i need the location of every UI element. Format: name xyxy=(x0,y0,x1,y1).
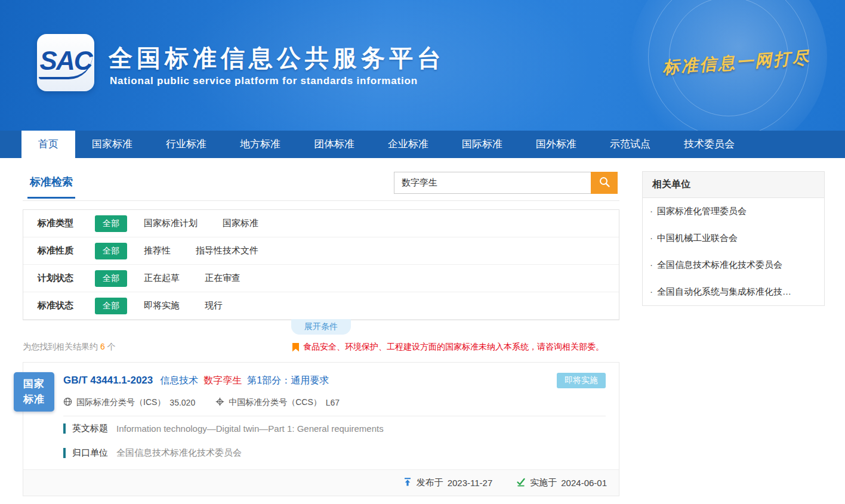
site-header: SAC 全国标准信息公共服务平台 National public service… xyxy=(0,0,845,131)
sidebar-item-automation-systems-committee[interactable]: 全国自动化系统与集成标准化技… xyxy=(643,279,824,305)
english-title-label: 英文标题 xyxy=(72,423,108,434)
sidebar-item-machinery-federation[interactable]: 中国机械工业联合会 xyxy=(643,225,824,252)
standard-title-highlight[interactable]: 数字孪生 xyxy=(203,375,242,387)
filter-label: 标准状态 xyxy=(38,300,95,311)
nav-item-group-standards[interactable]: 团体标准 xyxy=(297,131,371,158)
implementation-label: 实施于 xyxy=(530,477,557,488)
filter-option[interactable]: 国家标准 xyxy=(223,218,258,229)
teal-bar-decoration xyxy=(63,423,66,434)
department-value: 全国信息技术标准化技术委员会 xyxy=(116,447,242,459)
standard-result-card: 国家 标准 GB/T 43441.1-2023 信息技术 数字孪生 第1部分：通… xyxy=(23,362,619,496)
standard-title-segment[interactable]: 第1部分：通用要求 xyxy=(247,375,329,387)
page: SAC 全国标准信息公共服务平台 National public service… xyxy=(0,0,845,504)
nav-item-home[interactable]: 首页 xyxy=(21,131,75,158)
filter-label: 标准性质 xyxy=(38,245,95,256)
filter-row-standard-nature: 标准性质 全部 推荐性 指导性技术文件 xyxy=(23,237,619,265)
english-title-value: Information technology—Digital twin—Part… xyxy=(116,423,384,434)
filter-option[interactable]: 正在起草 xyxy=(144,273,180,284)
ics-label: 国际标准分类号（ICS） xyxy=(76,397,165,408)
publish-label: 发布于 xyxy=(417,477,443,488)
ccs-value: L67 xyxy=(326,398,340,407)
search-input[interactable] xyxy=(394,172,591,194)
search-button[interactable] xyxy=(591,172,618,194)
check-icon xyxy=(516,477,526,488)
nav-item-industry-standards[interactable]: 行业标准 xyxy=(149,131,223,158)
main-nav: 首页 国家标准 行业标准 地方标准 团体标准 企业标准 国际标准 国外标准 示范… xyxy=(0,131,845,158)
filter-row-standard-type: 标准类型 全部 国家标准计划 国家标准 xyxy=(23,210,619,237)
filter-label: 计划状态 xyxy=(38,273,95,284)
results-meta: 为您找到相关结果约6个 食品安全、环境保护、工程建设方面的国家标准未纳入本系统，… xyxy=(23,342,619,353)
nav-item-pilot[interactable]: 示范试点 xyxy=(593,131,667,158)
implementation-date: 2024-06-01 xyxy=(561,478,607,488)
card-title-row: GB/T 43441.1-2023 信息技术 数字孪生 第1部分：通用要求 即将… xyxy=(63,363,606,388)
classification-row: 国际标准分类号（ICS） 35.020 中国标准分类号（CCS） L67 xyxy=(63,388,606,416)
results-count-number: 6 xyxy=(100,342,105,351)
teal-bar-decoration xyxy=(63,448,66,458)
publish-date-group: 发布于 2023-11-27 xyxy=(403,477,493,488)
search-icon xyxy=(599,176,610,190)
expand-conditions-button[interactable]: 展开条件 xyxy=(291,319,351,335)
results-count: 为您找到相关结果约6个 xyxy=(23,342,116,353)
related-organizations-panel: 相关单位 国家标准化管理委员会 中国机械工业联合会 全国信息技术标准化技术委员会… xyxy=(642,171,825,306)
national-standard-badge: 国家 标准 xyxy=(14,372,54,412)
publish-date: 2023-11-27 xyxy=(448,478,493,488)
nav-item-local-standards[interactable]: 地方标准 xyxy=(223,131,297,158)
sidebar-item-sac[interactable]: 国家标准化管理委员会 xyxy=(643,198,824,225)
tab-standard-search[interactable]: 标准检索 xyxy=(27,171,75,199)
nav-item-national-standards[interactable]: 国家标准 xyxy=(75,131,149,158)
compass-icon xyxy=(215,397,224,408)
filter-option[interactable]: 正在审查 xyxy=(205,273,240,284)
sidebar-title: 相关单位 xyxy=(643,172,824,198)
filter-all-button[interactable]: 全部 xyxy=(95,215,127,232)
filter-all-button[interactable]: 全部 xyxy=(95,270,127,287)
nav-item-international-standards[interactable]: 国际标准 xyxy=(445,131,519,158)
standard-title-segment[interactable]: 信息技术 xyxy=(160,375,198,387)
filter-option[interactable]: 现行 xyxy=(205,300,223,311)
standard-code-link[interactable]: GB/T 43441.1-2023 xyxy=(63,375,153,386)
department-label: 归口单位 xyxy=(72,447,108,459)
filter-row-standard-status: 标准状态 全部 即将实施 现行 xyxy=(23,292,619,320)
sidebar-item-it-standardization-committee[interactable]: 全国信息技术标准化技术委员会 xyxy=(643,252,824,279)
filter-panel: 标准类型 全部 国家标准计划 国家标准 标准性质 全部 推荐性 指导性技术文件 … xyxy=(23,209,619,320)
filter-all-button[interactable]: 全部 xyxy=(95,298,127,314)
filter-option[interactable]: 指导性技术文件 xyxy=(196,245,258,256)
department-row: 归口单位 全国信息技术标准化技术委员会 xyxy=(63,441,606,465)
filter-option[interactable]: 推荐性 xyxy=(144,245,171,256)
english-title-row: 英文标题 Information technology—Digital twin… xyxy=(63,416,606,441)
sac-logo[interactable]: SAC xyxy=(37,34,94,91)
filter-option[interactable]: 即将实施 xyxy=(144,300,180,311)
main-column: 标准检索 标准类型 全部 国家标准计划 国家标准 xyxy=(23,171,619,496)
card-body: GB/T 43441.1-2023 信息技术 数字孪生 第1部分：通用要求 即将… xyxy=(23,363,619,465)
ccs-label: 中国标准分类号（CCS） xyxy=(229,397,322,408)
card-footer: 发布于 2023-11-27 实施于 2024-06-01 xyxy=(23,469,619,496)
exclusion-notice: 食品安全、环境保护、工程建设方面的国家标准未纳入本系统，请咨询相关部委。 xyxy=(292,342,604,353)
sac-logo-text: SAC xyxy=(39,46,93,79)
search-box xyxy=(394,172,618,194)
nav-item-technical-committee[interactable]: 技术委员会 xyxy=(667,131,751,158)
status-badge: 即将实施 xyxy=(557,373,606,388)
filter-all-button[interactable]: 全部 xyxy=(95,243,127,259)
filter-row-plan-status: 计划状态 全部 正在起草 正在审查 xyxy=(23,265,619,292)
filter-label: 标准类型 xyxy=(38,218,95,229)
site-title: 全国标准信息公共服务平台 xyxy=(109,42,445,75)
implementation-date-group: 实施于 2024-06-01 xyxy=(516,477,607,488)
bookmark-icon xyxy=(292,343,299,352)
nav-item-enterprise-standards[interactable]: 企业标准 xyxy=(371,131,445,158)
ics-value: 35.020 xyxy=(169,398,195,407)
ccs-group: 中国标准分类号（CCS） L67 xyxy=(215,397,340,408)
filter-option[interactable]: 国家标准计划 xyxy=(144,218,198,229)
site-subtitle: National public service platform for sta… xyxy=(110,75,418,87)
nav-item-foreign-standards[interactable]: 国外标准 xyxy=(519,131,593,158)
ics-group: 国际标准分类号（ICS） 35.020 xyxy=(63,397,195,408)
globe-icon xyxy=(63,397,72,408)
search-bar: 标准检索 xyxy=(23,171,619,201)
publish-icon xyxy=(403,477,412,488)
